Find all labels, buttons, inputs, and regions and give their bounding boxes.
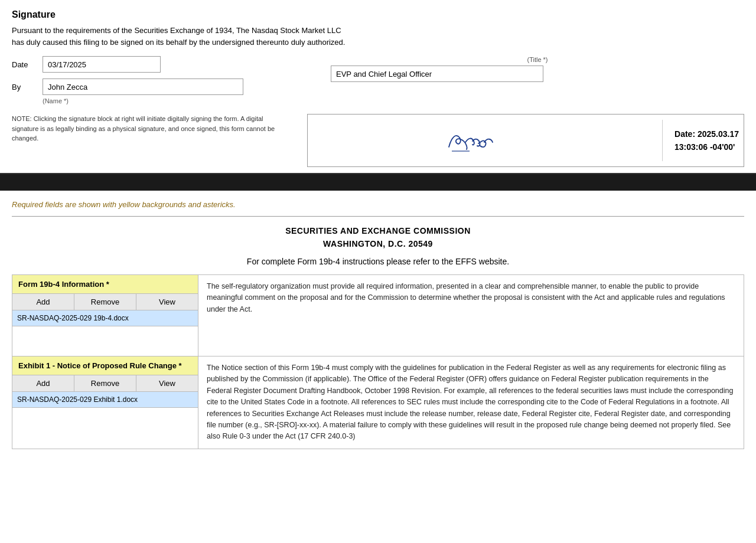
exhibit1-description: The Notice section of this Form 19b-4 mu… bbox=[198, 356, 744, 449]
date-row: Date bbox=[12, 56, 307, 73]
required-fields-notice: Required fields are shown with yellow ba… bbox=[12, 200, 744, 209]
form-19b4-add-button[interactable]: Add bbox=[12, 294, 74, 310]
exhibit1-file[interactable]: SR-NASDAQ-2025-029 Exhibit 1.docx bbox=[12, 392, 198, 408]
main-content: Required fields are shown with yellow ba… bbox=[0, 191, 756, 459]
signature-title: Signature bbox=[12, 9, 744, 20]
title-input[interactable] bbox=[331, 66, 543, 82]
name-input[interactable] bbox=[43, 78, 243, 95]
exhibit1-title: Exhibit 1 - Notice of Proposed Rule Chan… bbox=[12, 356, 198, 375]
exhibit1-empty-area bbox=[12, 408, 198, 437]
sig-date-line2: 13:03:06 -04'00' bbox=[674, 140, 739, 153]
exhibit1-view-button[interactable]: View bbox=[136, 375, 198, 391]
form-19b4-section: Form 19b-4 Information * Add Remove View… bbox=[12, 274, 744, 356]
signature-image[interactable] bbox=[312, 120, 663, 161]
name-sublabel: (Name *) bbox=[43, 97, 307, 104]
form-19b4-buttons: Add Remove View bbox=[12, 294, 198, 310]
signature-fields: Date By (Name *) (Title *) bbox=[12, 56, 744, 108]
exhibit1-section: Exhibit 1 - Notice of Proposed Rule Chan… bbox=[12, 356, 744, 449]
exhibit1-remove-button[interactable]: Remove bbox=[74, 375, 136, 391]
form-19b4-left: Form 19b-4 Information * Add Remove View… bbox=[12, 275, 198, 356]
exhibit1-add-button[interactable]: Add bbox=[12, 375, 74, 391]
date-input[interactable] bbox=[43, 56, 161, 73]
signature-block[interactable]: Date: 2025.03.17 13:03:06 -04'00' bbox=[307, 114, 744, 167]
date-label: Date bbox=[12, 60, 35, 69]
sig-date-block: Date: 2025.03.17 13:03:06 -04'00' bbox=[669, 127, 739, 154]
form-19b4-view-button[interactable]: View bbox=[136, 294, 198, 310]
form-19b4-title: Form 19b-4 Information * bbox=[12, 275, 198, 294]
signature-intro: Pursuant to the requirements of the Secu… bbox=[12, 25, 744, 48]
effs-notice: For complete Form 19b-4 instructions ple… bbox=[12, 257, 744, 266]
title-sublabel: (Title *) bbox=[331, 56, 744, 63]
divider bbox=[12, 216, 744, 217]
form-19b4-file[interactable]: SR-NASDAQ-2025-029 19b-4.docx bbox=[12, 310, 198, 326]
sec-header-line2: WASHINGTON, D.C. 20549 bbox=[12, 239, 744, 248]
signature-section: Signature Pursuant to the requirements o… bbox=[0, 0, 756, 174]
sig-date-line1: Date: 2025.03.17 bbox=[674, 127, 739, 140]
exhibit1-buttons: Add Remove View bbox=[12, 375, 198, 392]
signature-note: NOTE: Clicking the signature block at ri… bbox=[12, 114, 284, 167]
signature-left-column: Date By (Name *) bbox=[12, 56, 307, 108]
signature-right-column: (Title *) bbox=[331, 56, 744, 108]
by-row: By bbox=[12, 78, 307, 95]
form-19b4-empty-area bbox=[12, 326, 198, 356]
sec-header-line1: SECURITIES AND EXCHANGE COMMISSION bbox=[12, 226, 744, 235]
black-divider-bar bbox=[0, 174, 756, 191]
by-label: By bbox=[12, 83, 35, 91]
form-19b4-remove-button[interactable]: Remove bbox=[74, 294, 136, 310]
exhibit1-left: Exhibit 1 - Notice of Proposed Rule Chan… bbox=[12, 356, 198, 449]
signature-svg bbox=[443, 125, 526, 157]
signature-bottom: NOTE: Clicking the signature block at ri… bbox=[12, 114, 744, 167]
form-19b4-description: The self-regulatory organization must pr… bbox=[198, 275, 744, 356]
